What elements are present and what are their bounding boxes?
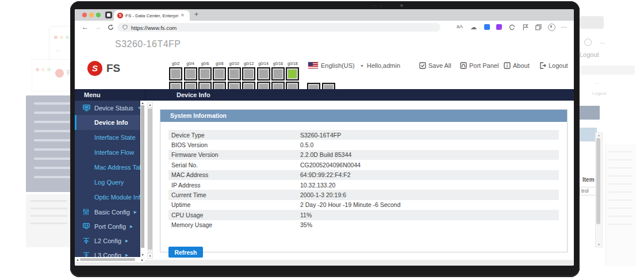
scroll-up-icon[interactable]: ▲ bbox=[140, 101, 145, 105]
row-value: 2000-1-3 20:19:6 bbox=[300, 191, 346, 198]
sidebar-vertical-scrollbar[interactable]: ▲ ▼ bbox=[140, 101, 145, 257]
more-icon[interactable]: … bbox=[561, 22, 567, 29]
profile-icon[interactable] bbox=[548, 24, 555, 31]
table-row: MAC Address64:9D:99:22:F4:F2 bbox=[168, 170, 559, 180]
table-row: BIOS Version0.5.0 bbox=[168, 140, 559, 149]
scroll-down-icon[interactable]: ▼ bbox=[140, 253, 145, 256]
port-square-g0-6[interactable] bbox=[198, 67, 212, 80]
port-label: g0/4 bbox=[183, 61, 197, 67]
sidebar-item-mac-address-table[interactable]: Mac Address Table bbox=[75, 160, 145, 175]
language-selector[interactable]: English(US) bbox=[321, 62, 355, 69]
port-square-g0-14[interactable] bbox=[257, 67, 270, 80]
sidebar-item-label: Optic Module Info bbox=[94, 194, 144, 201]
cloud-settings-icon[interactable]: ☁ bbox=[470, 24, 477, 31]
tab-overview-icon[interactable] bbox=[105, 11, 112, 18]
sidebar-item-interface-state[interactable]: Interface State bbox=[75, 130, 145, 145]
port-panel-icon[interactable] bbox=[460, 62, 467, 69]
about-icon[interactable] bbox=[504, 62, 511, 69]
content-area: ▲ ▼ System Information Device TypeS3260-… bbox=[145, 101, 574, 260]
sidebar-item-label: Interface Flow bbox=[94, 149, 134, 156]
refresh-button[interactable]: Refresh bbox=[168, 247, 203, 258]
menu-title: Menu bbox=[84, 91, 101, 98]
chevron-down-icon[interactable]: ▼ bbox=[360, 64, 364, 68]
sidebar-item-log-query[interactable]: Log Query bbox=[75, 175, 145, 190]
content-vertical-scrollbar[interactable]: ▲ ▼ bbox=[147, 102, 153, 259]
sidebar-item-l3-config[interactable]: L3 Config▶ bbox=[75, 248, 145, 257]
new-tab-button[interactable]: + bbox=[194, 10, 198, 18]
forward-button[interactable]: → bbox=[94, 23, 101, 31]
scroll-right-icon[interactable]: ► bbox=[141, 258, 144, 262]
refresh-button[interactable] bbox=[108, 24, 114, 30]
maximize-window-icon[interactable] bbox=[96, 13, 101, 17]
faded-traffic-light-icon bbox=[60, 36, 63, 39]
history-icon[interactable] bbox=[509, 24, 515, 30]
sidebar-horizontal-scrollbar[interactable]: ◄ ► bbox=[75, 257, 145, 262]
fs-favicon-icon: S bbox=[117, 13, 123, 18]
port-label: g0/12 bbox=[241, 61, 256, 67]
scroll-up-icon[interactable]: ▲ bbox=[147, 102, 153, 108]
scrollbar-thumb[interactable] bbox=[141, 105, 144, 248]
port-square-g0-4[interactable] bbox=[184, 67, 197, 80]
minimize-window-icon[interactable] bbox=[89, 13, 94, 17]
port-square-g0-8[interactable] bbox=[213, 67, 226, 80]
url-bar[interactable]: https://www.fs.com bbox=[117, 23, 440, 32]
collections-icon[interactable] bbox=[535, 24, 542, 30]
sidebar-item-label: L3 Config bbox=[94, 252, 121, 258]
extension-blue-icon[interactable] bbox=[484, 24, 490, 30]
fs-brand-text: FS bbox=[106, 62, 120, 75]
faded-logout-label: Logout bbox=[580, 51, 599, 58]
port-square-g0-10[interactable] bbox=[228, 67, 241, 80]
faded-table-panel bbox=[605, 144, 636, 266]
scroll-down-icon[interactable]: ▼ bbox=[147, 253, 153, 259]
mic-dot-icon bbox=[381, 5, 382, 6]
read-aloud-icon[interactable]: aA bbox=[457, 24, 463, 29]
port-square-g0-18[interactable] bbox=[286, 67, 299, 80]
us-flag-icon bbox=[308, 62, 318, 68]
sidebar-item-label: Device Info bbox=[94, 119, 128, 126]
row-label: Memory Usage bbox=[168, 221, 300, 228]
port-square-g0-16[interactable] bbox=[271, 67, 285, 80]
extension-purple-icon[interactable] bbox=[496, 24, 502, 30]
sidebar-item-label: Basic Config bbox=[94, 209, 130, 216]
port-label: g0/18 bbox=[285, 61, 300, 67]
logout-icon[interactable] bbox=[539, 62, 546, 69]
sidebar-item-label: Log Query bbox=[94, 179, 124, 186]
panel-header: System Information bbox=[160, 110, 567, 122]
sidebar-item-device-info[interactable]: Device Info bbox=[75, 115, 145, 130]
port-square-g0-2[interactable] bbox=[169, 67, 182, 80]
faded-logout-label-2: Logout bbox=[592, 91, 606, 96]
sidebar-item-optic-module-info[interactable]: Optic Module Info bbox=[75, 190, 145, 205]
sidebar-item-device-status[interactable]: Device Status▼ bbox=[75, 101, 145, 115]
faded-traffic-light-icon bbox=[41, 68, 45, 71]
table-row: CPU Usage11% bbox=[168, 210, 559, 220]
port-panel-button[interactable]: Port Panel bbox=[469, 62, 499, 69]
site-info-icon[interactable] bbox=[122, 25, 128, 30]
browser-tab[interactable]: S FS - Data Center, Enterprise, T ✕ bbox=[114, 10, 190, 21]
port-label: g0/10 bbox=[227, 61, 241, 67]
monitor-icon bbox=[83, 105, 90, 112]
faded-avatar-icon bbox=[584, 39, 592, 46]
flag-pennant-icon[interactable] bbox=[523, 24, 528, 30]
about-button[interactable]: About bbox=[513, 62, 530, 69]
l2-config-icon bbox=[83, 237, 90, 244]
row-label: Uptime bbox=[168, 201, 300, 208]
save-all-button[interactable]: Save All bbox=[428, 62, 451, 69]
sidebar-item-port-config[interactable]: Port Config▶ bbox=[75, 219, 145, 233]
back-button[interactable]: ← bbox=[82, 23, 89, 31]
save-all-icon[interactable] bbox=[419, 62, 426, 69]
scrollbar-thumb[interactable] bbox=[80, 258, 135, 261]
sidebar-item-interface-flow[interactable]: Interface Flow bbox=[75, 145, 145, 160]
scrollbar-thumb[interactable] bbox=[148, 109, 152, 250]
sidebar-item-basic-config[interactable]: Basic Config▶ bbox=[75, 205, 145, 219]
chevron-right-icon: ▶ bbox=[134, 210, 137, 214]
scroll-left-icon[interactable]: ◄ bbox=[76, 258, 79, 262]
row-label: BIOS Version bbox=[168, 141, 300, 148]
close-window-icon[interactable] bbox=[82, 13, 87, 17]
tab-close-icon[interactable]: ✕ bbox=[181, 13, 185, 18]
divider bbox=[145, 89, 145, 101]
faded-traffic-light-icon bbox=[66, 36, 69, 39]
row-value: S3260-16T4FP bbox=[300, 132, 341, 139]
sidebar-item-l2-config[interactable]: L2 Config▶ bbox=[75, 233, 145, 248]
port-square-g0-12[interactable] bbox=[242, 67, 255, 80]
logout-button[interactable]: Logout bbox=[549, 62, 568, 69]
